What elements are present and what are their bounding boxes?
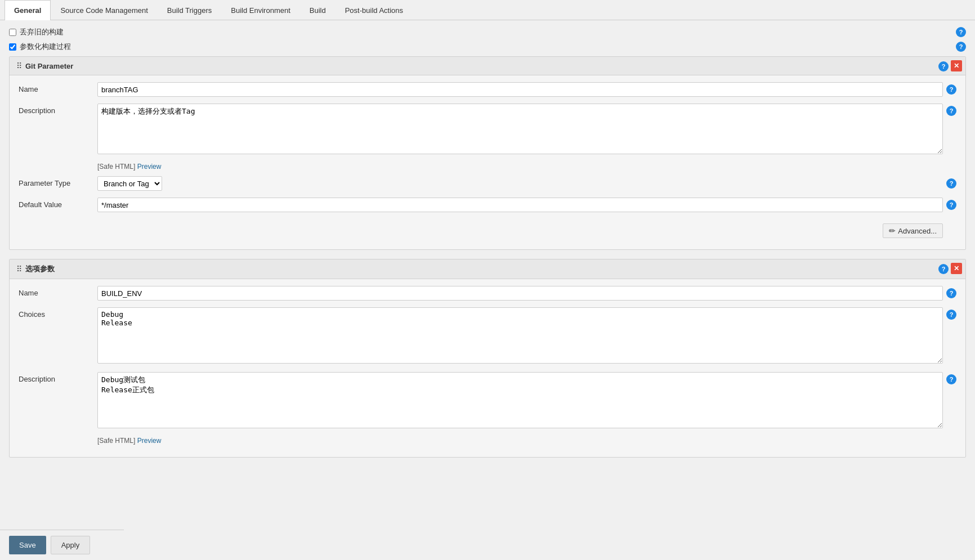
- git-preview-link[interactable]: Preview: [137, 163, 162, 171]
- discard-old-checkbox[interactable]: [9, 29, 16, 36]
- choices-preview-link[interactable]: Preview: [137, 437, 162, 445]
- git-description-textarea[interactable]: 构建版本，选择分支或者Tag: [97, 104, 943, 154]
- choices-description-textarea[interactable]: Debug测试包 Release正式包: [97, 372, 943, 428]
- tab-build-triggers[interactable]: Build Triggers: [158, 0, 221, 20]
- choices-safe-html-text: [Safe HTML]: [97, 437, 135, 445]
- git-name-label: Name: [19, 82, 97, 93]
- git-param-type-field: Branch or Tag Branch Tag Revision: [97, 176, 943, 191]
- git-name-help-icon[interactable]: ?: [946, 84, 956, 95]
- git-advanced-label: Advanced...: [898, 227, 937, 235]
- choices-textarea[interactable]: Debug Release: [97, 307, 943, 364]
- git-safe-html-row: [Safe HTML] Preview: [97, 163, 956, 171]
- choices-form: Name ? Choices Debug Release ? Descripti…: [10, 279, 965, 457]
- choices-name-label: Name: [19, 286, 97, 297]
- choices-name-field: [97, 286, 943, 301]
- choices-name-help-icon[interactable]: ?: [946, 288, 956, 298]
- discard-old-help-icon[interactable]: ?: [956, 27, 966, 37]
- choices-name-row: Name ?: [19, 286, 956, 301]
- choices-panel-header: ⠿ 选项参数: [10, 259, 965, 279]
- choices-safe-html-row: [Safe HTML] Preview: [97, 437, 956, 445]
- git-default-value-input[interactable]: [97, 198, 943, 212]
- git-param-type-select[interactable]: Branch or Tag Branch Tag Revision: [97, 176, 162, 191]
- choices-description-row: Description Debug测试包 Release正式包 ?: [19, 372, 956, 430]
- parameterized-label: 参数化构建过程: [20, 42, 71, 52]
- git-name-field: [97, 82, 943, 97]
- git-param-type-row: Parameter Type Branch or Tag Branch Tag …: [19, 176, 956, 191]
- choices-choices-row: Choices Debug Release ?: [19, 307, 956, 365]
- choices-description-label: Description: [19, 372, 97, 383]
- tab-build[interactable]: Build: [300, 0, 336, 20]
- parameterized-help-icon[interactable]: ?: [956, 42, 966, 52]
- parameterized-row: 参数化构建过程 ?: [9, 42, 966, 52]
- git-parameter-header: ⠿ Git Parameter: [10, 57, 965, 75]
- choices-panel-help-icon[interactable]: ?: [938, 264, 949, 274]
- git-safe-html-text: [Safe HTML]: [97, 163, 135, 171]
- git-description-label: Description: [19, 104, 97, 115]
- git-description-field: 构建版本，选择分支或者Tag: [97, 104, 943, 156]
- choices-panel: ⠿ 选项参数 ✕ ? Name ? Choices Debug Release …: [9, 259, 966, 458]
- git-description-row: Description 构建版本，选择分支或者Tag ?: [19, 104, 956, 156]
- git-default-value-help-icon[interactable]: ?: [946, 200, 956, 210]
- git-parameter-help-icon[interactable]: ?: [938, 61, 949, 71]
- git-parameter-title: Git Parameter: [25, 62, 73, 70]
- panel-grid-icon: ⠿: [16, 61, 22, 70]
- tab-post-build[interactable]: Post-build Actions: [336, 0, 413, 20]
- parameterized-checkbox[interactable]: [9, 43, 16, 51]
- git-advanced-button[interactable]: ✏ Advanced...: [883, 223, 943, 238]
- choices-panel-close-button[interactable]: ✕: [951, 263, 962, 274]
- tab-build-environment[interactable]: Build Environment: [221, 0, 300, 20]
- choices-choices-help-icon[interactable]: ?: [946, 310, 956, 320]
- git-advanced-row: ✏ Advanced...: [19, 219, 956, 243]
- choices-description-help-icon[interactable]: ?: [946, 374, 956, 384]
- choices-panel-grid-icon: ⠿: [16, 265, 22, 274]
- choices-choices-field: Debug Release: [97, 307, 943, 365]
- git-description-help-icon[interactable]: ?: [946, 106, 956, 116]
- choices-panel-title: 选项参数: [25, 264, 55, 274]
- git-param-type-label: Parameter Type: [19, 176, 97, 187]
- tab-general[interactable]: General: [5, 0, 51, 20]
- pencil-icon: ✏: [889, 226, 896, 235]
- choices-choices-label: Choices: [19, 307, 97, 319]
- tab-scm[interactable]: Source Code Management: [51, 0, 157, 20]
- git-name-input[interactable]: [97, 82, 943, 97]
- git-param-type-help-icon[interactable]: ?: [946, 178, 956, 189]
- git-parameter-panel: ⠿ Git Parameter ✕ ? Name ? Description 构…: [9, 56, 966, 250]
- git-default-value-row: Default Value ?: [19, 198, 956, 212]
- discard-old-row: 丢弃旧的构建 ?: [9, 27, 966, 37]
- git-default-value-field: [97, 198, 943, 212]
- git-default-value-label: Default Value: [19, 198, 97, 209]
- discard-old-label: 丢弃旧的构建: [20, 27, 64, 37]
- git-parameter-close-button[interactable]: ✕: [951, 60, 962, 71]
- git-name-row: Name ?: [19, 82, 956, 97]
- main-content: 丢弃旧的构建 ? 参数化构建过程 ? ⠿ Git Parameter ✕ ? N…: [0, 20, 975, 525]
- choices-name-input[interactable]: [97, 286, 943, 301]
- choices-description-field: Debug测试包 Release正式包: [97, 372, 943, 430]
- tab-bar: General Source Code Management Build Tri…: [0, 0, 975, 20]
- git-parameter-form: Name ? Description 构建版本，选择分支或者Tag ? [Saf…: [10, 75, 965, 249]
